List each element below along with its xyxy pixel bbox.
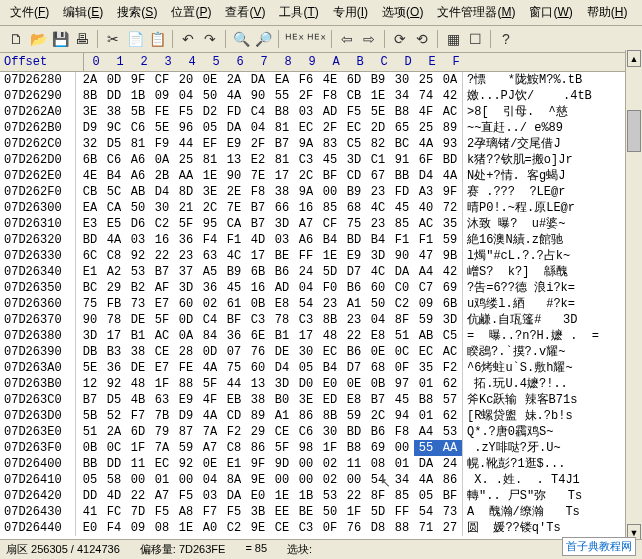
- hex-byte[interactable]: DD: [102, 88, 126, 104]
- hex-byte[interactable]: 6D: [342, 72, 366, 88]
- hex-byte[interactable]: 34: [390, 472, 414, 488]
- hex-byte[interactable]: B6: [342, 344, 366, 360]
- hex-byte[interactable]: 79: [150, 424, 174, 440]
- hex-byte[interactable]: F4: [102, 520, 126, 536]
- hex-byte[interactable]: C7: [414, 280, 438, 296]
- hex-byte[interactable]: 01: [150, 472, 174, 488]
- hex-byte[interactable]: 47: [414, 248, 438, 264]
- hex-byte[interactable]: C8: [102, 248, 126, 264]
- hex-byte[interactable]: 2F: [294, 88, 318, 104]
- hex-byte[interactable]: F4: [198, 232, 222, 248]
- hex-byte[interactable]: 24: [294, 264, 318, 280]
- save-icon[interactable]: 💾: [50, 29, 70, 49]
- hex-byte[interactable]: DA: [222, 488, 246, 504]
- vertical-scrollbar[interactable]: ▲ ▼: [625, 50, 642, 536]
- print-icon[interactable]: 🖶: [72, 29, 92, 49]
- hex-byte[interactable]: 04: [198, 472, 222, 488]
- hex-byte[interactable]: 74: [414, 88, 438, 104]
- hex-row[interactable]: B7D54B63E94FEB38B03EEDE8B745B857: [76, 392, 462, 408]
- hex-byte[interactable]: 75: [78, 296, 102, 312]
- hex-row[interactable]: 5B52F77BD94ACD89A1868B592C940162: [76, 408, 462, 424]
- hex-byte[interactable]: 54: [366, 472, 390, 488]
- ascii-row[interactable]: 嬓...PJ饮/ .4tB: [467, 88, 599, 104]
- hex-byte[interactable]: F1: [222, 232, 246, 248]
- hex-row[interactable]: BC29B2AF3D364516AD04F0B660C0C769: [76, 280, 462, 296]
- hex-byte[interactable]: AC: [150, 328, 174, 344]
- hex-byte[interactable]: 0C: [390, 344, 414, 360]
- offset-cell[interactable]: 07D262B0: [0, 120, 75, 136]
- hex-byte[interactable]: A1: [270, 408, 294, 424]
- hex-byte[interactable]: AA: [438, 440, 462, 456]
- hex-byte[interactable]: BF: [438, 488, 462, 504]
- hex-byte[interactable]: CE: [150, 344, 174, 360]
- hex-byte[interactable]: 1F: [150, 376, 174, 392]
- hex-byte[interactable]: F5: [342, 104, 366, 120]
- hex-byte[interactable]: 4A: [438, 168, 462, 184]
- undo-icon[interactable]: ↶: [178, 29, 198, 49]
- hex-byte[interactable]: AC: [438, 344, 462, 360]
- hex-byte[interactable]: 84: [198, 328, 222, 344]
- refresh-icon[interactable]: ⟳: [390, 29, 410, 49]
- offset-cell[interactable]: 07D26280: [0, 72, 75, 88]
- hex-byte[interactable]: 9F: [438, 184, 462, 200]
- hex-row[interactable]: 8BDD1B0904504A90552FF8CB1E347442: [76, 88, 462, 104]
- hex-byte[interactable]: 5E: [78, 360, 102, 376]
- hex-byte[interactable]: 20: [174, 72, 198, 88]
- hex-byte[interactable]: 0E: [342, 376, 366, 392]
- offset-cell[interactable]: 07D26370: [0, 312, 75, 328]
- hex-byte[interactable]: 5F: [150, 312, 174, 328]
- hex-byte[interactable]: B3: [102, 344, 126, 360]
- hex-row[interactable]: 32D581F944EFE92FB79A83C582BC4A93: [76, 136, 462, 152]
- hex-byte[interactable]: 04: [294, 280, 318, 296]
- hex-byte[interactable]: 60: [174, 296, 198, 312]
- hex-byte[interactable]: CA: [102, 200, 126, 216]
- hex-byte[interactable]: 81: [270, 152, 294, 168]
- hex-byte[interactable]: 89: [438, 120, 462, 136]
- hex-byte[interactable]: 69: [438, 280, 462, 296]
- hex-byte[interactable]: BE: [270, 248, 294, 264]
- hex-byte[interactable]: E8: [270, 296, 294, 312]
- hex-row[interactable]: BD4A031636F4F14D03A6B4BDB4F1F159: [76, 232, 462, 248]
- hex-byte[interactable]: 0D: [198, 344, 222, 360]
- hex-byte[interactable]: 36: [222, 328, 246, 344]
- hex-byte[interactable]: 90: [78, 312, 102, 328]
- hex-byte[interactable]: A4: [414, 264, 438, 280]
- hex-byte[interactable]: 13: [246, 376, 270, 392]
- hex-byte[interactable]: 60: [366, 280, 390, 296]
- ascii-row[interactable]: 轉".. 尸S"弥 Ts: [467, 488, 599, 504]
- hex-byte[interactable]: AB: [126, 184, 150, 200]
- hex-byte[interactable]: DE: [270, 344, 294, 360]
- hex-byte[interactable]: 59: [414, 312, 438, 328]
- hex-byte[interactable]: 92: [174, 456, 198, 472]
- hex-byte[interactable]: A1: [342, 296, 366, 312]
- hex-byte[interactable]: BF: [222, 312, 246, 328]
- hex-byte[interactable]: 22: [126, 488, 150, 504]
- hex-byte[interactable]: 85: [390, 488, 414, 504]
- hex-byte[interactable]: 90: [246, 88, 270, 104]
- arrow-left-icon[interactable]: ⇦: [337, 29, 357, 49]
- ascii-row[interactable]: u鸡缕l.綇 #?k=: [467, 296, 599, 312]
- hex-byte[interactable]: 54: [414, 504, 438, 520]
- hex-byte[interactable]: A3: [414, 184, 438, 200]
- hex-byte[interactable]: AA: [174, 168, 198, 184]
- hex-byte[interactable]: 1E: [318, 248, 342, 264]
- hex-byte[interactable]: 16: [150, 232, 174, 248]
- hex-byte[interactable]: 51: [78, 424, 102, 440]
- hex-byte[interactable]: EA: [270, 72, 294, 88]
- hex-byte[interactable]: 23: [366, 184, 390, 200]
- offset-cell[interactable]: 07D262F0: [0, 184, 75, 200]
- paste-icon[interactable]: 📋: [147, 29, 167, 49]
- hex-byte[interactable]: 94: [390, 408, 414, 424]
- hex-byte[interactable]: F5: [174, 488, 198, 504]
- hex-byte[interactable]: 25: [414, 120, 438, 136]
- hex-byte[interactable]: 78: [270, 312, 294, 328]
- hex-byte[interactable]: B9: [342, 184, 366, 200]
- hex-byte[interactable]: 4D: [102, 488, 126, 504]
- offset-cell[interactable]: 07D262A0: [0, 104, 75, 120]
- hex-byte[interactable]: 32: [78, 136, 102, 152]
- hex-byte[interactable]: 0A: [174, 328, 198, 344]
- hex-byte[interactable]: CD: [342, 168, 366, 184]
- hex-byte[interactable]: 03: [270, 232, 294, 248]
- hex-byte[interactable]: E7: [150, 296, 174, 312]
- hex-byte[interactable]: 0B: [246, 296, 270, 312]
